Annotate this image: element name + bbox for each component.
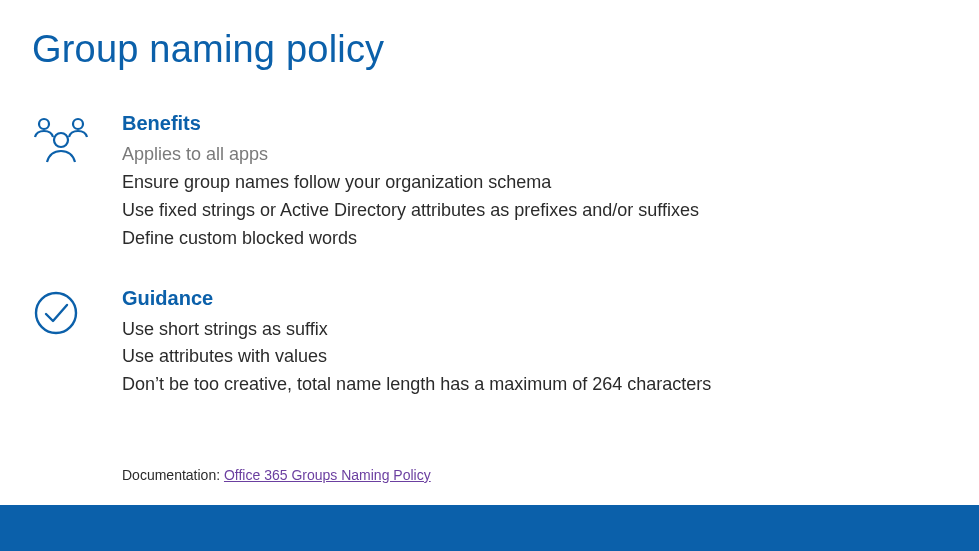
svg-point-3 (36, 293, 76, 333)
guidance-text: Guidance Use short strings as suffix Use… (122, 287, 947, 400)
documentation-link[interactable]: Office 365 Groups Naming Policy (224, 467, 431, 483)
svg-point-1 (73, 119, 83, 129)
footer-bar (0, 505, 979, 551)
guidance-line-2: Use attributes with values (122, 343, 947, 371)
guidance-heading: Guidance (122, 287, 947, 310)
section-guidance: Guidance Use short strings as suffix Use… (32, 287, 947, 400)
benefits-line-1: Applies to all apps (122, 141, 947, 169)
section-benefits: Benefits Applies to all apps Ensure grou… (32, 112, 947, 253)
svg-point-2 (54, 133, 68, 147)
svg-point-0 (39, 119, 49, 129)
benefits-heading: Benefits (122, 112, 947, 135)
benefits-icon-col (32, 112, 122, 166)
guidance-line-1: Use short strings as suffix (122, 316, 947, 344)
benefits-line-2: Ensure group names follow your organizat… (122, 169, 947, 197)
benefits-line-3: Use fixed strings or Active Directory at… (122, 197, 947, 225)
documentation-label: Documentation: (122, 467, 224, 483)
people-group-icon (32, 114, 90, 166)
benefits-line-4: Define custom blocked words (122, 225, 947, 253)
guidance-icon-col (32, 287, 122, 337)
checkmark-circle-icon (32, 289, 80, 337)
content-area: Benefits Applies to all apps Ensure grou… (32, 112, 947, 433)
guidance-line-3: Don’t be too creative, total name length… (122, 371, 947, 399)
benefits-text: Benefits Applies to all apps Ensure grou… (122, 112, 947, 253)
slide-title: Group naming policy (32, 28, 384, 71)
documentation-row: Documentation: Office 365 Groups Naming … (122, 467, 431, 483)
